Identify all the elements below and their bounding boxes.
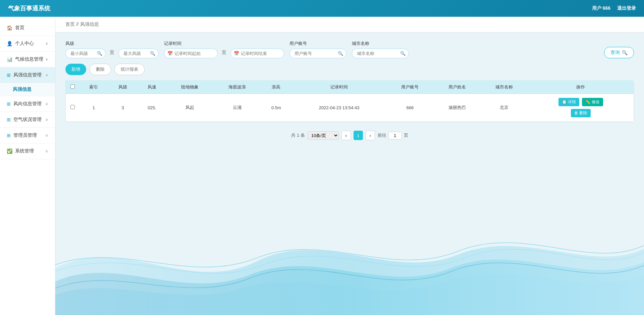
edit-button[interactable]: ✏️ 修改 bbox=[582, 98, 603, 106]
chevron-down-icon-3: ∨ bbox=[45, 102, 48, 106]
sidebar-item-system[interactable]: ✅ 系统管理 ∨ bbox=[0, 143, 55, 159]
search-icon-2: 🔍 bbox=[150, 51, 155, 56]
cell-user-account: 666 bbox=[386, 94, 433, 122]
cell-record-time: 2022-04-23 13:54:43 bbox=[292, 94, 386, 122]
chevron-down-icon: ∨ bbox=[45, 41, 48, 46]
query-button-label: 查询 bbox=[610, 50, 620, 56]
goto-input[interactable] bbox=[388, 132, 402, 139]
sidebar-admin-label: 管理员管理 bbox=[13, 132, 37, 138]
time-start-wrap: 📅 bbox=[164, 49, 218, 58]
th-user-account: 用户账号 bbox=[386, 81, 433, 94]
query-search-icon: 🔍 bbox=[622, 50, 628, 55]
page-goto: 前往 页 bbox=[378, 132, 408, 139]
select-all-checkbox[interactable] bbox=[70, 84, 75, 89]
add-button[interactable]: 新增 bbox=[65, 64, 86, 75]
chevron-down-icon-2: ∨ bbox=[45, 57, 48, 62]
sidebar-home-label: 首页 bbox=[15, 25, 24, 31]
date-range-sep: 至 bbox=[222, 50, 226, 58]
row-checkbox-cell bbox=[66, 94, 79, 122]
record-time-group: 记录时间 📅 至 📅 bbox=[164, 41, 284, 58]
search-icon-1: 🔍 bbox=[97, 51, 102, 56]
sidebar-item-wind-direction[interactable]: ⊞ 风向信息管理 ∨ bbox=[0, 96, 55, 112]
row-checkbox[interactable] bbox=[70, 105, 75, 109]
sidebar-climate-label: 气候信息管理 bbox=[15, 56, 43, 62]
search-icon-3: 🔍 bbox=[338, 51, 343, 56]
time-label: 记录时间 bbox=[164, 41, 284, 47]
user-account-input-wrap: 🔍 bbox=[289, 49, 346, 58]
th-user-name: 用户姓名 bbox=[434, 81, 481, 94]
cell-city: 北京 bbox=[481, 94, 528, 122]
calendar-icon-2: 📅 bbox=[234, 51, 239, 56]
range-separator: 至 bbox=[110, 50, 114, 58]
max-wind-input-wrap: 🔍 bbox=[118, 49, 159, 58]
sidebar-item-climate[interactable]: 📊 气候信息管理 ∨ bbox=[0, 52, 55, 67]
action-row: 新增 删除 统计报表 bbox=[65, 64, 634, 75]
delete-row-button[interactable]: 🗑 删除 bbox=[571, 109, 591, 117]
header: 气象百事通系统 用户 666 退出登录 bbox=[0, 0, 644, 17]
table-row: 1 3 025. 风起 云涌 0.5m 2022-04-23 13:54:43 … bbox=[66, 94, 634, 122]
sidebar-wind-strength-label: 风强信息管理 bbox=[13, 72, 42, 78]
total-count: 共 1 条 bbox=[291, 132, 305, 138]
sidebar-item-personal[interactable]: 👤 个人中心 ∨ bbox=[0, 36, 55, 52]
wave-decoration bbox=[55, 208, 644, 315]
city-input-wrap: 🔍 bbox=[352, 49, 409, 58]
sidebar-personal-label: 个人中心 bbox=[15, 41, 34, 47]
goto-prefix: 前往 bbox=[378, 132, 386, 138]
wind-level-group: 风级 🔍 至 🔍 bbox=[65, 41, 159, 58]
cell-wind-speed: 025. bbox=[137, 94, 166, 122]
pagination: 共 1 条 10条/页 20条/页 50条/页 ‹ 1 › 前往 页 bbox=[65, 127, 634, 143]
th-city: 城市名称 bbox=[481, 81, 528, 94]
delete-button[interactable]: 删除 bbox=[90, 64, 111, 75]
sidebar-item-home[interactable]: 🏠 首页 bbox=[0, 20, 55, 36]
min-wind-input-wrap: 🔍 bbox=[65, 49, 106, 58]
per-page-select[interactable]: 10条/页 20条/页 50条/页 bbox=[308, 131, 339, 140]
sidebar: 🏠 首页 👤 个人中心 ∨ 📊 气候信息管理 ∨ ⊞ 风强信息管理 bbox=[0, 17, 55, 315]
cell-land: 风起 bbox=[166, 94, 213, 122]
city-label: 城市名称 bbox=[352, 41, 409, 47]
user-info: 用户 666 bbox=[592, 5, 610, 11]
cell-wind-level: 3 bbox=[108, 94, 138, 122]
cell-wave-height: 0.5m bbox=[261, 94, 292, 122]
sidebar-air-label: 空气状况管理 bbox=[13, 117, 42, 123]
prev-page-button[interactable]: ‹ bbox=[341, 131, 351, 140]
search-icon-4: 🔍 bbox=[400, 51, 406, 56]
main-content: 首页 // 风强信息 风级 🔍 至 bbox=[55, 17, 644, 315]
cell-sea-wave: 云涌 bbox=[214, 94, 261, 122]
wind-direction-icon: ⊞ bbox=[7, 101, 11, 107]
sidebar-item-wind-strength[interactable]: ⊞ 风强信息管理 ∧ bbox=[0, 67, 55, 83]
sidebar-system-label: 系统管理 bbox=[15, 148, 34, 154]
logout-button[interactable]: 退出登录 bbox=[617, 5, 636, 11]
sidebar-item-admin[interactable]: ⊞ 管理员管理 ∨ bbox=[0, 128, 55, 143]
data-table: 索引 风级 风速 陆地物象 海面波浪 浪高 记录时间 用户账号 用户姓名 城市名… bbox=[65, 80, 634, 122]
user-account-group: 用户账号 🔍 bbox=[289, 41, 346, 58]
th-land: 陆地物象 bbox=[166, 81, 213, 94]
wind-strength-icon: ⊞ bbox=[7, 72, 11, 78]
breadcrumb: 首页 // 风强信息 bbox=[55, 17, 644, 33]
sidebar-subitem-wind-info[interactable]: 风强信息 bbox=[0, 83, 55, 96]
th-operation: 操作 bbox=[528, 81, 634, 94]
th-wind-speed: 风速 bbox=[137, 81, 166, 94]
search-row: 风级 🔍 至 🔍 记录时间 bbox=[65, 41, 634, 58]
cell-operation: 📋 详情 ✏️ 修改 🗑 删除 bbox=[528, 94, 634, 122]
calendar-icon-1: 📅 bbox=[167, 51, 173, 56]
goto-suffix: 页 bbox=[404, 132, 408, 138]
admin-icon: ⊞ bbox=[7, 133, 11, 138]
air-icon: ⊞ bbox=[7, 117, 11, 122]
detail-button[interactable]: 📋 详情 bbox=[558, 98, 579, 106]
query-button[interactable]: 查询 🔍 bbox=[604, 47, 634, 58]
wind-level-label: 风级 bbox=[65, 41, 159, 47]
user-account-label: 用户账号 bbox=[289, 41, 346, 47]
personal-icon: 👤 bbox=[7, 41, 12, 46]
time-end-wrap: 📅 bbox=[230, 49, 284, 58]
th-checkbox bbox=[66, 81, 79, 94]
next-page-button[interactable]: › bbox=[366, 131, 375, 140]
sidebar-item-air[interactable]: ⊞ 空气状况管理 ∨ bbox=[0, 112, 55, 128]
breadcrumb-home[interactable]: 首页 bbox=[65, 21, 75, 27]
report-button[interactable]: 统计报表 bbox=[114, 64, 145, 75]
page-1-button[interactable]: 1 bbox=[354, 131, 363, 140]
app-title: 气象百事通系统 bbox=[8, 4, 50, 12]
cell-index: 1 bbox=[79, 94, 108, 122]
home-icon: 🏠 bbox=[7, 25, 12, 30]
th-record-time: 记录时间 bbox=[292, 81, 386, 94]
content-area: 风级 🔍 至 🔍 记录时间 bbox=[55, 33, 644, 151]
